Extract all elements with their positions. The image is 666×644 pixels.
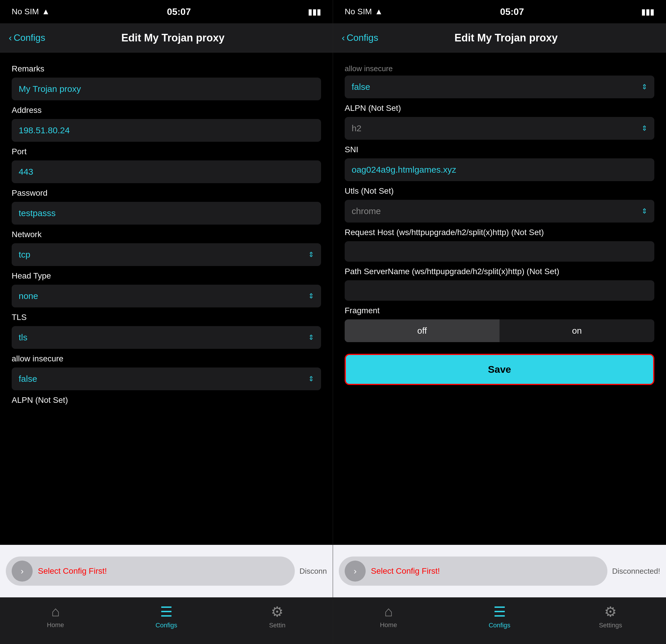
left-port-input[interactable]: 443 <box>12 160 321 183</box>
left-insecure-chevron: ⇕ <box>308 375 314 383</box>
left-password-label: Password <box>12 188 321 198</box>
left-tab-bar: ⌂ Home ☰ Configs ⚙ Settin <box>0 597 333 644</box>
left-back-button[interactable]: ‹ Configs <box>9 32 45 43</box>
right-home-label: Home <box>380 621 397 629</box>
right-top-insecure-label: allow insecure <box>345 64 654 73</box>
right-configs-label: Configs <box>489 622 511 629</box>
left-connect-button[interactable]: › Select Config First! <box>6 557 295 586</box>
right-back-chevron: ‹ <box>342 32 345 43</box>
right-top-insecure-select[interactable]: false ⇕ <box>345 75 654 98</box>
right-pathserver-input[interactable] <box>345 280 654 301</box>
left-battery-icon: ▮▮▮ <box>308 7 321 17</box>
right-home-icon: ⌂ <box>384 604 393 620</box>
right-panel: No SIM ▲ 05:07 ▮▮▮ ‹ Configs Edit My Tro… <box>333 0 666 644</box>
left-address-input[interactable]: 198.51.80.24 <box>12 119 321 142</box>
right-settings-label: Settings <box>599 622 622 629</box>
right-tab-configs[interactable]: ☰ Configs <box>444 604 555 629</box>
right-select-config-label: Select Config First! <box>371 567 440 576</box>
right-connect-arrow-icon: › <box>345 561 366 581</box>
left-remarks-label: Remarks <box>12 64 321 73</box>
left-back-label: Configs <box>14 32 46 43</box>
right-back-button[interactable]: ‹ Configs <box>342 32 378 43</box>
left-home-label: Home <box>47 621 64 629</box>
left-nav-title: Edit My Trojan proxy <box>45 32 301 44</box>
left-back-chevron: ‹ <box>9 32 12 43</box>
left-password-input[interactable]: testpasss <box>12 202 321 225</box>
right-fragment-off-btn[interactable]: off <box>345 319 500 342</box>
left-headtype-label: Head Type <box>12 271 321 281</box>
right-tab-home[interactable]: ⌂ Home <box>333 604 444 629</box>
left-insecure-label: allow insecure <box>12 354 321 363</box>
right-nav-title: Edit My Trojan proxy <box>378 32 634 44</box>
right-alpn-select[interactable]: h2 ⇕ <box>345 117 654 140</box>
right-sni-input[interactable]: oag024a9g.htmlgames.xyz <box>345 158 654 181</box>
left-status-bar: No SIM ▲ 05:07 ▮▮▮ <box>0 0 333 23</box>
right-settings-icon: ⚙ <box>604 604 617 620</box>
right-disconnect-label: Disconnected! <box>612 567 660 576</box>
right-back-label: Configs <box>347 32 379 43</box>
left-settings-icon: ⚙ <box>271 604 283 620</box>
left-wifi-icon: ▲ <box>42 7 50 16</box>
right-configs-icon: ☰ <box>493 604 506 620</box>
left-settings-label: Settin <box>269 622 285 629</box>
right-alpn-value: h2 <box>352 123 361 133</box>
right-nav-bar: ‹ Configs Edit My Trojan proxy <box>333 23 666 52</box>
left-network-select[interactable]: tcp ⇕ <box>12 243 321 266</box>
left-no-sim: No SIM <box>12 7 39 16</box>
right-top-insecure-chevron: ⇕ <box>642 83 647 91</box>
left-headtype-chevron: ⇕ <box>308 292 314 300</box>
right-save-button[interactable]: Save <box>345 354 654 385</box>
right-bottom-bar: › Select Config First! Disconnected! <box>333 545 666 597</box>
left-disconnect-label: Disconn <box>299 567 327 576</box>
left-panel: No SIM ▲ 05:07 ▮▮▮ ‹ Configs Edit My Tro… <box>0 0 333 644</box>
left-tls-value: tls <box>19 332 28 343</box>
left-scroll-content: Remarks My Trojan proxy Address 198.51.8… <box>0 52 333 545</box>
left-tls-label: TLS <box>12 313 321 322</box>
right-utls-chevron: ⇕ <box>642 207 647 215</box>
right-fragment-label: Fragment <box>345 306 654 315</box>
left-tab-settings[interactable]: ⚙ Settin <box>222 604 333 629</box>
right-time: 05:07 <box>500 6 524 17</box>
left-tab-home[interactable]: ⌂ Home <box>0 604 111 629</box>
left-configs-label: Configs <box>155 622 177 629</box>
left-address-label: Address <box>12 106 321 115</box>
right-reqhost-input[interactable] <box>345 241 654 262</box>
right-sni-label: SNI <box>345 145 654 154</box>
left-tab-configs[interactable]: ☰ Configs <box>111 604 222 629</box>
right-utls-select[interactable]: chrome ⇕ <box>345 200 654 223</box>
right-alpn-label: ALPN (Not Set) <box>345 104 654 113</box>
right-top-insecure-value: false <box>352 82 370 92</box>
left-remarks-input[interactable]: My Trojan proxy <box>12 77 321 100</box>
left-port-label: Port <box>12 147 321 156</box>
left-alpn-label: ALPN (Not Set) <box>12 396 321 405</box>
left-network-label: Network <box>12 230 321 239</box>
right-wifi-icon: ▲ <box>375 7 383 16</box>
right-pathserver-label: Path ServerName (ws/httpupgrade/h2/split… <box>345 267 654 276</box>
left-network-value: tcp <box>19 250 30 260</box>
left-network-chevron: ⇕ <box>308 250 314 259</box>
left-headtype-value: none <box>19 291 38 301</box>
right-fragment-toggle: off on <box>345 319 654 342</box>
left-time: 05:07 <box>167 6 191 17</box>
left-configs-icon: ☰ <box>160 604 173 620</box>
right-no-sim: No SIM <box>345 7 372 16</box>
right-alpn-chevron: ⇕ <box>642 124 647 133</box>
left-headtype-select[interactable]: none ⇕ <box>12 285 321 308</box>
right-tab-settings[interactable]: ⚙ Settings <box>555 604 666 629</box>
left-home-icon: ⌂ <box>51 604 60 620</box>
right-fragment-on-btn[interactable]: on <box>500 319 654 342</box>
right-tab-bar: ⌂ Home ☰ Configs ⚙ Settings <box>333 597 666 644</box>
left-tls-select[interactable]: tls ⇕ <box>12 326 321 349</box>
right-reqhost-label: Request Host (ws/httpupgrade/h2/split(x)… <box>345 228 654 237</box>
left-tls-chevron: ⇕ <box>308 333 314 342</box>
left-select-config-label: Select Config First! <box>38 567 107 576</box>
right-battery-icon: ▮▮▮ <box>641 7 654 17</box>
left-connect-arrow-icon: › <box>12 561 33 581</box>
left-insecure-value: false <box>19 374 37 384</box>
left-insecure-select[interactable]: false ⇕ <box>12 367 321 390</box>
right-status-bar: No SIM ▲ 05:07 ▮▮▮ <box>333 0 666 23</box>
right-utls-value: chrome <box>352 206 381 216</box>
left-bottom-bar: › Select Config First! Disconn <box>0 545 333 597</box>
right-connect-button[interactable]: › Select Config First! <box>339 557 608 586</box>
right-utls-label: Utls (Not Set) <box>345 186 654 196</box>
